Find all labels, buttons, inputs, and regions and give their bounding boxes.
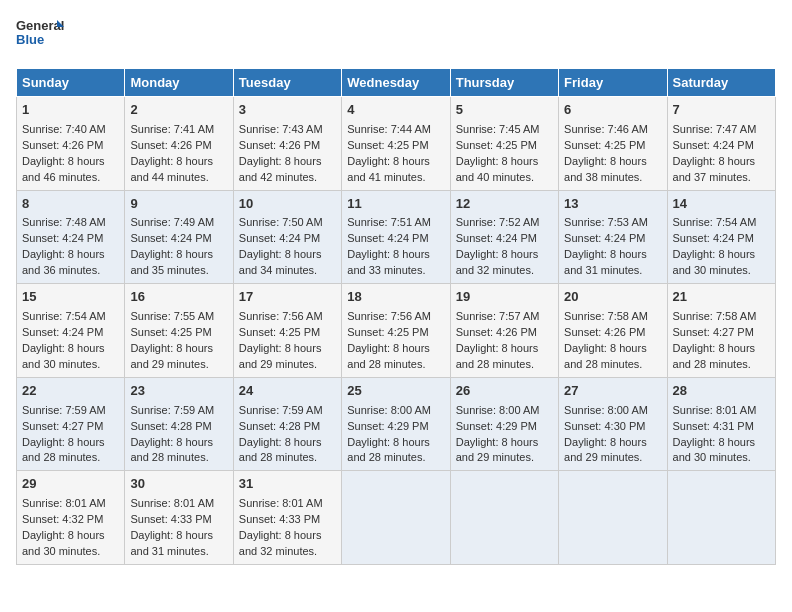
day-header-sunday: Sunday xyxy=(17,69,125,97)
sunrise-text: Sunrise: 8:01 AM xyxy=(673,404,757,416)
calendar-cell: 8Sunrise: 7:48 AMSunset: 4:24 PMDaylight… xyxy=(17,190,125,284)
calendar-cell: 21Sunrise: 7:58 AMSunset: 4:27 PMDayligh… xyxy=(667,284,775,378)
daylight-text: Daylight: 8 hours and 30 minutes. xyxy=(22,529,105,557)
daylight-text: Daylight: 8 hours and 28 minutes. xyxy=(130,436,213,464)
calendar-cell: 5Sunrise: 7:45 AMSunset: 4:25 PMDaylight… xyxy=(450,97,558,191)
calendar-table: SundayMondayTuesdayWednesdayThursdayFrid… xyxy=(16,68,776,565)
calendar-cell: 19Sunrise: 7:57 AMSunset: 4:26 PMDayligh… xyxy=(450,284,558,378)
day-number: 4 xyxy=(347,101,444,120)
calendar-cell xyxy=(342,471,450,565)
sunset-text: Sunset: 4:33 PM xyxy=(130,513,211,525)
daylight-text: Daylight: 8 hours and 32 minutes. xyxy=(456,248,539,276)
daylight-text: Daylight: 8 hours and 35 minutes. xyxy=(130,248,213,276)
day-number: 18 xyxy=(347,288,444,307)
daylight-text: Daylight: 8 hours and 40 minutes. xyxy=(456,155,539,183)
logo: General Blue xyxy=(16,16,64,56)
calendar-cell: 7Sunrise: 7:47 AMSunset: 4:24 PMDaylight… xyxy=(667,97,775,191)
sunset-text: Sunset: 4:25 PM xyxy=(456,139,537,151)
day-header-monday: Monday xyxy=(125,69,233,97)
day-number: 10 xyxy=(239,195,336,214)
sunset-text: Sunset: 4:26 PM xyxy=(239,139,320,151)
sunset-text: Sunset: 4:27 PM xyxy=(673,326,754,338)
sunset-text: Sunset: 4:27 PM xyxy=(22,420,103,432)
sunset-text: Sunset: 4:24 PM xyxy=(564,232,645,244)
day-number: 22 xyxy=(22,382,119,401)
calendar-cell: 9Sunrise: 7:49 AMSunset: 4:24 PMDaylight… xyxy=(125,190,233,284)
logo-svg: General Blue xyxy=(16,16,64,56)
day-number: 15 xyxy=(22,288,119,307)
calendar-cell xyxy=(450,471,558,565)
sunrise-text: Sunrise: 8:01 AM xyxy=(130,497,214,509)
sunrise-text: Sunrise: 8:00 AM xyxy=(564,404,648,416)
sunset-text: Sunset: 4:29 PM xyxy=(347,420,428,432)
sunrise-text: Sunrise: 7:57 AM xyxy=(456,310,540,322)
calendar-cell: 26Sunrise: 8:00 AMSunset: 4:29 PMDayligh… xyxy=(450,377,558,471)
day-number: 3 xyxy=(239,101,336,120)
calendar-cell: 1Sunrise: 7:40 AMSunset: 4:26 PMDaylight… xyxy=(17,97,125,191)
calendar-week-row: 29Sunrise: 8:01 AMSunset: 4:32 PMDayligh… xyxy=(17,471,776,565)
calendar-cell: 28Sunrise: 8:01 AMSunset: 4:31 PMDayligh… xyxy=(667,377,775,471)
sunrise-text: Sunrise: 7:51 AM xyxy=(347,216,431,228)
calendar-cell: 17Sunrise: 7:56 AMSunset: 4:25 PMDayligh… xyxy=(233,284,341,378)
sunset-text: Sunset: 4:24 PM xyxy=(673,232,754,244)
sunrise-text: Sunrise: 7:48 AM xyxy=(22,216,106,228)
sunrise-text: Sunrise: 7:52 AM xyxy=(456,216,540,228)
sunset-text: Sunset: 4:25 PM xyxy=(347,139,428,151)
sunset-text: Sunset: 4:30 PM xyxy=(564,420,645,432)
daylight-text: Daylight: 8 hours and 46 minutes. xyxy=(22,155,105,183)
calendar-cell: 15Sunrise: 7:54 AMSunset: 4:24 PMDayligh… xyxy=(17,284,125,378)
calendar-cell: 3Sunrise: 7:43 AMSunset: 4:26 PMDaylight… xyxy=(233,97,341,191)
day-number: 9 xyxy=(130,195,227,214)
day-number: 19 xyxy=(456,288,553,307)
day-number: 26 xyxy=(456,382,553,401)
sunset-text: Sunset: 4:24 PM xyxy=(456,232,537,244)
daylight-text: Daylight: 8 hours and 28 minutes. xyxy=(239,436,322,464)
sunrise-text: Sunrise: 7:55 AM xyxy=(130,310,214,322)
sunrise-text: Sunrise: 8:00 AM xyxy=(456,404,540,416)
sunrise-text: Sunrise: 7:43 AM xyxy=(239,123,323,135)
day-number: 6 xyxy=(564,101,661,120)
sunrise-text: Sunrise: 8:01 AM xyxy=(239,497,323,509)
daylight-text: Daylight: 8 hours and 29 minutes. xyxy=(130,342,213,370)
sunset-text: Sunset: 4:28 PM xyxy=(239,420,320,432)
daylight-text: Daylight: 8 hours and 33 minutes. xyxy=(347,248,430,276)
calendar-week-row: 1Sunrise: 7:40 AMSunset: 4:26 PMDaylight… xyxy=(17,97,776,191)
day-number: 1 xyxy=(22,101,119,120)
day-number: 11 xyxy=(347,195,444,214)
sunset-text: Sunset: 4:26 PM xyxy=(564,326,645,338)
daylight-text: Daylight: 8 hours and 30 minutes. xyxy=(673,248,756,276)
daylight-text: Daylight: 8 hours and 31 minutes. xyxy=(564,248,647,276)
daylight-text: Daylight: 8 hours and 28 minutes. xyxy=(456,342,539,370)
day-number: 13 xyxy=(564,195,661,214)
daylight-text: Daylight: 8 hours and 29 minutes. xyxy=(564,436,647,464)
calendar-cell: 23Sunrise: 7:59 AMSunset: 4:28 PMDayligh… xyxy=(125,377,233,471)
sunset-text: Sunset: 4:29 PM xyxy=(456,420,537,432)
calendar-cell: 4Sunrise: 7:44 AMSunset: 4:25 PMDaylight… xyxy=(342,97,450,191)
day-header-wednesday: Wednesday xyxy=(342,69,450,97)
daylight-text: Daylight: 8 hours and 42 minutes. xyxy=(239,155,322,183)
sunset-text: Sunset: 4:25 PM xyxy=(239,326,320,338)
sunrise-text: Sunrise: 7:40 AM xyxy=(22,123,106,135)
sunrise-text: Sunrise: 8:00 AM xyxy=(347,404,431,416)
sunrise-text: Sunrise: 7:53 AM xyxy=(564,216,648,228)
sunrise-text: Sunrise: 7:41 AM xyxy=(130,123,214,135)
daylight-text: Daylight: 8 hours and 28 minutes. xyxy=(22,436,105,464)
calendar-cell: 16Sunrise: 7:55 AMSunset: 4:25 PMDayligh… xyxy=(125,284,233,378)
calendar-cell xyxy=(667,471,775,565)
day-number: 31 xyxy=(239,475,336,494)
calendar-cell: 22Sunrise: 7:59 AMSunset: 4:27 PMDayligh… xyxy=(17,377,125,471)
sunset-text: Sunset: 4:25 PM xyxy=(347,326,428,338)
calendar-cell xyxy=(559,471,667,565)
day-number: 17 xyxy=(239,288,336,307)
sunrise-text: Sunrise: 7:56 AM xyxy=(239,310,323,322)
day-number: 28 xyxy=(673,382,770,401)
calendar-cell: 2Sunrise: 7:41 AMSunset: 4:26 PMDaylight… xyxy=(125,97,233,191)
daylight-text: Daylight: 8 hours and 29 minutes. xyxy=(456,436,539,464)
sunrise-text: Sunrise: 7:49 AM xyxy=(130,216,214,228)
day-number: 27 xyxy=(564,382,661,401)
calendar-cell: 25Sunrise: 8:00 AMSunset: 4:29 PMDayligh… xyxy=(342,377,450,471)
sunrise-text: Sunrise: 7:58 AM xyxy=(673,310,757,322)
day-number: 24 xyxy=(239,382,336,401)
calendar-cell: 14Sunrise: 7:54 AMSunset: 4:24 PMDayligh… xyxy=(667,190,775,284)
calendar-cell: 27Sunrise: 8:00 AMSunset: 4:30 PMDayligh… xyxy=(559,377,667,471)
